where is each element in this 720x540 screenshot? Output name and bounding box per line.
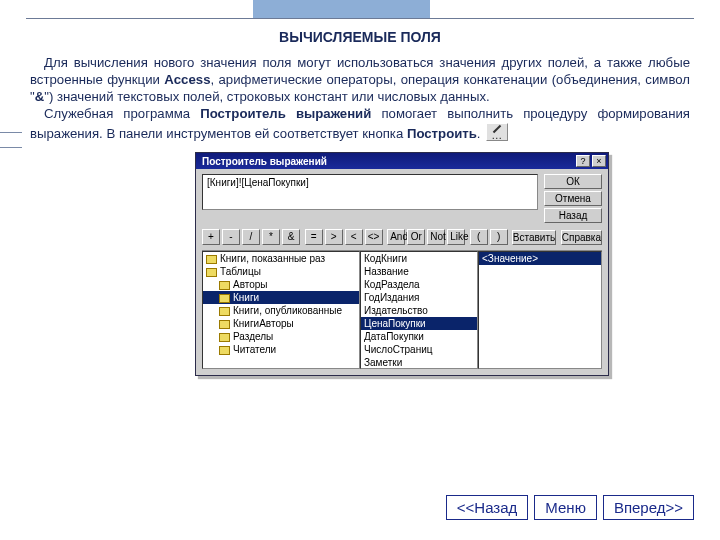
value-pane[interactable]: <Значение> xyxy=(478,251,602,369)
expression-input[interactable]: [Книги]![ЦенаПокупки] xyxy=(202,174,538,210)
folder-icon xyxy=(219,307,230,316)
menu-button[interactable]: Меню xyxy=(534,495,597,520)
cancel-button[interactable]: Отмена xyxy=(544,191,602,206)
tree-item-label: Книги, опубликованные xyxy=(233,305,342,316)
op-lt[interactable]: < xyxy=(345,229,363,245)
tree-item-label: Таблицы xyxy=(220,266,261,277)
op-or[interactable]: Or xyxy=(407,229,425,245)
field-item[interactable]: ДатаПокупки xyxy=(361,330,477,343)
tree-item-label: Разделы xyxy=(233,331,273,342)
folder-icon xyxy=(206,268,217,277)
op-minus[interactable]: - xyxy=(222,229,240,245)
help-icon[interactable]: ? xyxy=(576,155,590,167)
op-neq[interactable]: <> xyxy=(365,229,383,245)
footer-nav: <<Назад Меню Вперед>> xyxy=(446,495,694,520)
insert-button[interactable]: Вставить xyxy=(512,230,556,245)
op-rparen[interactable]: ) xyxy=(490,229,508,245)
help-button[interactable]: Справка xyxy=(561,230,602,245)
field-item[interactable]: КодРаздела xyxy=(361,278,477,291)
expression-builder-screenshot: Построитель выражений ? × [Книги]![ЦенаП… xyxy=(195,152,609,376)
tree-item[interactable]: Авторы xyxy=(203,278,359,291)
folder-icon xyxy=(219,281,230,290)
tree-item[interactable]: Книги xyxy=(203,291,359,304)
tree-item[interactable]: Читатели xyxy=(203,343,359,356)
folder-icon xyxy=(219,333,230,342)
op-and[interactable]: And xyxy=(387,229,405,245)
field-item[interactable]: Название xyxy=(361,265,477,278)
operator-toolbar: + - / * & = > < <> And Or Not Like ( xyxy=(202,229,602,245)
tree-item-label: КнигиАвторы xyxy=(233,318,294,329)
op-eq[interactable]: = xyxy=(305,229,323,245)
tree-item[interactable]: Книги, опубликованные xyxy=(203,304,359,317)
folder-icon xyxy=(206,255,217,264)
page-title: ВЫЧИСЛЯЕМЫЕ ПОЛЯ xyxy=(30,29,690,45)
folder-icon xyxy=(219,294,230,303)
tree-item[interactable]: КнигиАвторы xyxy=(203,317,359,330)
tree-item[interactable]: Разделы xyxy=(203,330,359,343)
close-icon[interactable]: × xyxy=(592,155,606,167)
decorative-left-lines xyxy=(0,132,22,162)
field-item[interactable]: КодКниги xyxy=(361,252,477,265)
value-item[interactable]: <Значение> xyxy=(479,252,601,265)
divider xyxy=(26,18,694,19)
dialog-title: Построитель выражений xyxy=(202,156,574,167)
tree-item-label: Авторы xyxy=(233,279,268,290)
op-mul[interactable]: * xyxy=(262,229,280,245)
forward-button[interactable]: Вперед>> xyxy=(603,495,694,520)
dialog-window: Построитель выражений ? × [Книги]![ЦенаП… xyxy=(195,152,609,376)
op-amp[interactable]: & xyxy=(282,229,300,245)
tree-item[interactable]: Таблицы xyxy=(203,265,359,278)
build-icon xyxy=(486,123,508,141)
undo-button[interactable]: Назад xyxy=(544,208,602,223)
tree-item[interactable]: Книги, показанные раз xyxy=(203,252,359,265)
op-plus[interactable]: + xyxy=(202,229,220,245)
op-not[interactable]: Not xyxy=(427,229,445,245)
folder-icon xyxy=(219,346,230,355)
field-item[interactable]: ГодИздания xyxy=(361,291,477,304)
back-button[interactable]: <<Назад xyxy=(446,495,529,520)
category-tree[interactable]: Книги, показанные разТаблицыАвторыКнигиК… xyxy=(202,251,360,369)
op-div[interactable]: / xyxy=(242,229,260,245)
op-gt[interactable]: > xyxy=(325,229,343,245)
field-list[interactable]: КодКнигиНазваниеКодРазделаГодИзданияИзда… xyxy=(360,251,478,369)
tree-item-label: Книги, показанные раз xyxy=(220,253,325,264)
dialog-titlebar: Построитель выражений ? × xyxy=(196,153,608,169)
decorative-top-bar xyxy=(0,0,720,18)
tree-item-label: Книги xyxy=(233,292,259,303)
op-like[interactable]: Like xyxy=(447,229,465,245)
body-text: Для вычисления нового значения поля могу… xyxy=(30,55,690,142)
ok-button[interactable]: ОК xyxy=(544,174,602,189)
field-item[interactable]: Издательство xyxy=(361,304,477,317)
tree-item-label: Читатели xyxy=(233,344,276,355)
field-item[interactable]: ЦенаПокупки xyxy=(361,317,477,330)
op-lparen[interactable]: ( xyxy=(470,229,488,245)
field-item[interactable]: Заметки xyxy=(361,356,477,369)
field-item[interactable]: ЧислоСтраниц xyxy=(361,343,477,356)
folder-icon xyxy=(219,320,230,329)
